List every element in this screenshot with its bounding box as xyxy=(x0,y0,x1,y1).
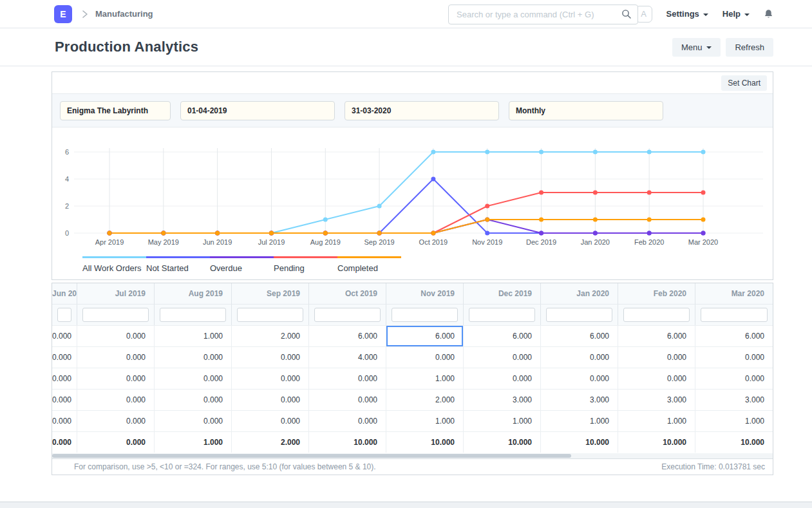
filter-input-3[interactable] xyxy=(509,101,663,120)
column-filter-input[interactable] xyxy=(82,308,149,322)
table-cell[interactable]: 0.000 xyxy=(52,410,77,431)
column-header-nov-2019[interactable]: Nov 2019 xyxy=(386,283,464,304)
table-cell[interactable]: 1.000 xyxy=(386,410,464,431)
table-cell[interactable]: 0.000 xyxy=(309,410,386,431)
table-cell[interactable]: 0.000 xyxy=(52,389,77,410)
column-header-feb-2020[interactable]: Feb 2020 xyxy=(618,283,695,304)
help-menu[interactable]: Help xyxy=(722,9,750,19)
table-cell[interactable]: 6.000 xyxy=(386,325,464,346)
table-cell[interactable]: 6.000 xyxy=(309,325,386,346)
table-cell[interactable]: 1.000 xyxy=(464,410,541,431)
table-cell[interactable]: 2.000 xyxy=(232,325,309,346)
refresh-button[interactable]: Refresh xyxy=(726,38,773,57)
table-cell[interactable]: 2.000 xyxy=(386,389,464,410)
data-point xyxy=(485,204,489,209)
column-filter-input[interactable] xyxy=(469,308,535,322)
table-cell[interactable]: 0.000 xyxy=(52,431,77,453)
column-filter-input[interactable] xyxy=(392,308,458,322)
table-cell[interactable]: 6.000 xyxy=(618,325,695,346)
table-cell[interactable]: 0.000 xyxy=(232,389,309,410)
table-cell[interactable]: 0.000 xyxy=(52,346,77,368)
table-cell[interactable]: 10.000 xyxy=(541,431,618,453)
table-cell[interactable]: 1.000 xyxy=(618,410,695,431)
table-cell[interactable]: 0.000 xyxy=(155,346,232,368)
column-filter-input[interactable] xyxy=(623,308,690,322)
settings-label: Settings xyxy=(666,9,699,19)
table-cell[interactable]: 0.000 xyxy=(618,368,695,389)
table-cell[interactable]: 0.000 xyxy=(77,368,155,389)
table-cell[interactable]: 1.000 xyxy=(386,368,464,389)
notifications-bell-icon[interactable] xyxy=(764,9,773,19)
column-filter-input[interactable] xyxy=(237,308,303,322)
table-cell[interactable]: 3.000 xyxy=(541,389,618,410)
table-cell[interactable]: 0.000 xyxy=(464,368,541,389)
column-filter-input[interactable] xyxy=(57,308,71,322)
menu-button[interactable]: Menu xyxy=(672,38,721,57)
table-cell[interactable]: 0.000 xyxy=(232,346,309,368)
horizontal-scrollbar[interactable] xyxy=(52,453,773,458)
breadcrumb[interactable]: Manufacturing xyxy=(95,9,153,19)
table-cell[interactable]: 0.000 xyxy=(232,368,309,389)
column-filter-input[interactable] xyxy=(160,308,226,322)
chart-legend: All Work OrdersNot StartedOverduePending… xyxy=(82,256,773,273)
table-cell[interactable]: 1.000 xyxy=(155,431,232,453)
table-cell[interactable]: 0.000 xyxy=(155,389,232,410)
app-logo[interactable]: E xyxy=(54,5,72,23)
table-cell[interactable]: 3.000 xyxy=(695,389,773,410)
table-cell[interactable]: 1.000 xyxy=(155,325,232,346)
table-cell[interactable]: 10.000 xyxy=(309,431,386,453)
column-header-aug-2019[interactable]: Aug 2019 xyxy=(155,283,232,304)
table-cell[interactable]: 0.000 xyxy=(309,389,386,410)
column-filter-input[interactable] xyxy=(314,308,381,322)
table-cell[interactable]: 1.000 xyxy=(695,410,773,431)
table-cell[interactable]: 0.000 xyxy=(77,410,155,431)
table-cell[interactable]: 1.000 xyxy=(541,410,618,431)
column-filter-input[interactable] xyxy=(701,308,768,322)
table-cell[interactable]: 10.000 xyxy=(386,431,464,453)
table-cell[interactable]: 0.000 xyxy=(464,346,541,368)
line-chart: 0246Apr 2019May 2019Jun 2019Jul 2019Aug … xyxy=(52,127,773,279)
column-header-dec-2019[interactable]: Dec 2019 xyxy=(464,283,541,304)
table-cell[interactable]: 0.000 xyxy=(77,346,155,368)
table-cell[interactable]: 0.000 xyxy=(541,346,618,368)
table-cell[interactable]: 0.000 xyxy=(52,325,77,346)
table-cell[interactable]: 10.000 xyxy=(464,431,541,453)
table-cell[interactable]: 6.000 xyxy=(541,325,618,346)
table-cell[interactable]: 0.000 xyxy=(618,346,695,368)
table-cell[interactable]: 0.000 xyxy=(695,346,773,368)
filter-input-0[interactable] xyxy=(60,101,171,120)
table-cell[interactable]: 10.000 xyxy=(695,431,773,453)
column-filter-input[interactable] xyxy=(546,308,612,322)
table-cell[interactable]: 0.000 xyxy=(77,389,155,410)
table-cell[interactable]: 10.000 xyxy=(618,431,695,453)
table-cell[interactable]: 0.000 xyxy=(695,368,773,389)
table-cell[interactable]: 0.000 xyxy=(77,325,155,346)
set-chart-button[interactable]: Set Chart xyxy=(721,75,767,91)
settings-menu[interactable]: Settings xyxy=(666,9,708,19)
column-header-mar-2020[interactable]: Mar 2020 xyxy=(695,283,773,304)
table-cell[interactable]: 2.000 xyxy=(232,431,309,453)
filter-input-2[interactable] xyxy=(345,101,499,120)
table-cell[interactable]: 6.000 xyxy=(464,325,541,346)
table-cell[interactable]: 0.000 xyxy=(52,368,77,389)
table-cell[interactable]: 0.000 xyxy=(386,346,464,368)
search-input[interactable] xyxy=(448,5,638,24)
y-axis-tick: 4 xyxy=(65,175,69,183)
table-cell[interactable]: 4.000 xyxy=(309,346,386,368)
column-header-sep-2019[interactable]: Sep 2019 xyxy=(232,283,309,304)
filter-input-1[interactable] xyxy=(180,101,335,120)
scrollbar-thumb[interactable] xyxy=(52,454,571,458)
column-header-oct-2019[interactable]: Oct 2019 xyxy=(309,283,386,304)
table-cell[interactable]: 3.000 xyxy=(464,389,541,410)
table-cell[interactable]: 0.000 xyxy=(155,410,232,431)
table-cell[interactable]: 0.000 xyxy=(541,368,618,389)
column-header-jan-2020[interactable]: Jan 2020 xyxy=(541,283,618,304)
table-cell[interactable]: 3.000 xyxy=(618,389,695,410)
table-cell[interactable]: 6.000 xyxy=(695,325,773,346)
table-cell[interactable]: 0.000 xyxy=(232,410,309,431)
table-cell[interactable]: 0.000 xyxy=(309,368,386,389)
table-cell[interactable]: 0.000 xyxy=(155,368,232,389)
column-header-jun-2019[interactable]: Jun 2019 xyxy=(52,283,77,304)
column-header-jul-2019[interactable]: Jul 2019 xyxy=(77,283,155,304)
table-cell[interactable]: 0.000 xyxy=(77,431,155,453)
